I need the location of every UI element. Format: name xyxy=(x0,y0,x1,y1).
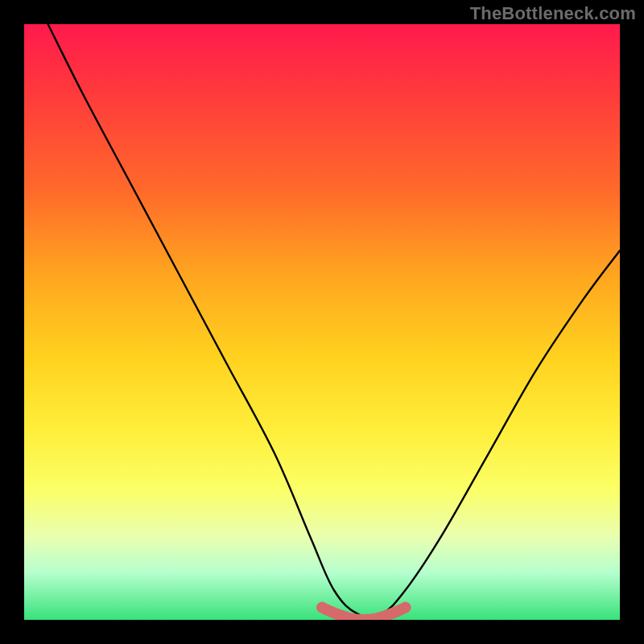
valley-highlight xyxy=(322,608,406,620)
plot-area xyxy=(24,24,620,620)
watermark-text: TheBottleneck.com xyxy=(470,3,636,24)
chart-container: TheBottleneck.com xyxy=(0,0,644,644)
curve-layer xyxy=(24,24,620,620)
bottleneck-curve xyxy=(48,24,620,617)
